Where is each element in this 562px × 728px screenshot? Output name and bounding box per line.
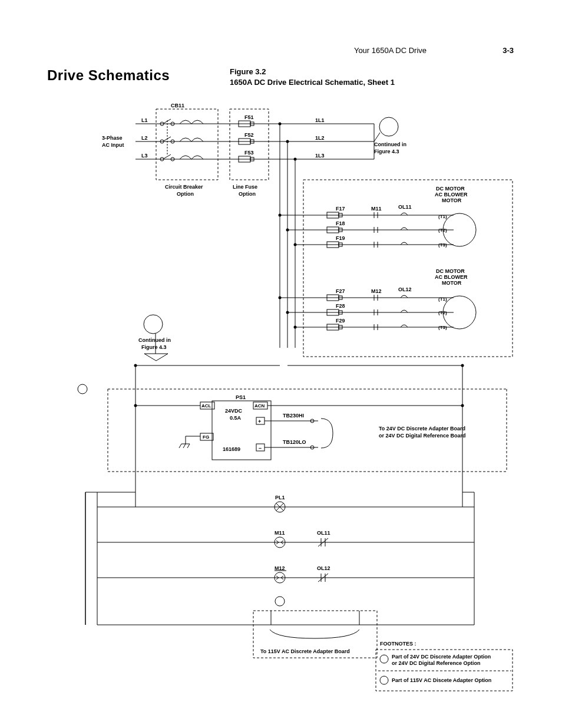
ps-out-2: or 24V DC Digital Reference Board — [379, 433, 466, 439]
footnotes-title: FOOTNOTES : — [380, 641, 416, 647]
m1-ol11: OL11 — [398, 204, 412, 210]
ps1-pn: 161689 — [223, 446, 240, 452]
svg-point-48 — [279, 297, 282, 299]
svg-text:+: + — [258, 419, 261, 424]
continued-left-1: Continued in — [138, 337, 171, 343]
motor2-branch: F27 F28 F29 M12 OL12 (T1) (T2) (T3) — [279, 286, 477, 330]
m1-f17: F17 — [336, 206, 345, 212]
tb120lo: TB120LO — [283, 439, 306, 445]
ac-input-1: 3-Phase — [102, 135, 123, 141]
l3-label: L3 — [141, 153, 148, 159]
motor1-branch: F17 F18 F19 M11 OL11 (T1) (T2) (T3) — [279, 204, 477, 248]
svg-point-29 — [279, 214, 282, 217]
m1-m11: M11 — [371, 206, 382, 212]
m1-t2: (T2) — [438, 228, 447, 233]
lf-opt-2: Option — [239, 191, 256, 197]
pl1-label: PL1 — [275, 495, 285, 500]
ol12-nc-label: OL12 — [317, 565, 330, 571]
motor2-t2: AC BLOWER — [435, 274, 468, 280]
ps1-acl: ACL — [201, 403, 211, 409]
ps1-acn: ACN — [254, 403, 265, 409]
m1-f18: F18 — [336, 220, 345, 226]
cb11-label: CB11 — [171, 103, 184, 108]
motor1-t3: MOTOR — [442, 197, 462, 203]
m2-f29: F29 — [336, 318, 345, 324]
svg-point-31 — [286, 229, 289, 232]
m1-f19: F19 — [336, 235, 345, 241]
svg-point-95 — [461, 364, 464, 367]
ps-out-1: To 24V DC Discrete Adapter Board — [379, 426, 465, 431]
ps1-fg: FG — [203, 434, 209, 440]
svg-line-80 — [183, 444, 186, 448]
footnote-dot-2 — [380, 676, 388, 684]
svg-point-98 — [134, 404, 137, 407]
footnote-marker-115v — [275, 597, 285, 606]
m2-tt2: (T2) — [438, 310, 447, 315]
svg-line-20 — [374, 133, 380, 141]
svg-rect-0 — [156, 109, 218, 180]
ps1-v: 24VDC — [225, 408, 243, 414]
f53-label: F53 — [244, 150, 254, 156]
l2-label: L2 — [141, 135, 148, 141]
m2-ol12: OL12 — [398, 286, 412, 292]
motor2-t3: MOTOR — [442, 280, 462, 286]
motor2-t1: DC MOTOR — [436, 268, 465, 274]
svg-point-66 — [144, 315, 163, 334]
ps1-a: 0.5A — [230, 415, 242, 421]
svg-point-50 — [286, 311, 289, 314]
page: Your 1650A DC Drive 3-3 Drive Schematics… — [0, 0, 562, 728]
footnote-marker-24v — [78, 384, 87, 394]
ps1-name: PS1 — [236, 394, 246, 400]
l1-label: L1 — [141, 117, 148, 123]
bottom-note: To 115V AC Discrete Adapter Board — [260, 648, 350, 654]
footnote-1b: or 24V DC Digital Reference Option — [392, 660, 481, 666]
svg-point-93 — [134, 364, 137, 367]
svg-line-81 — [187, 444, 190, 448]
ground-icon — [179, 436, 190, 448]
m11-coil-label: M11 — [275, 530, 285, 536]
cb11-poles — [160, 119, 203, 161]
footnote-1a: Part of 24V DC Discrete Adapter Option — [392, 654, 491, 660]
m2-m12: M12 — [371, 288, 382, 294]
motor1-t2: AC BLOWER — [435, 192, 468, 197]
ac-input-lines — [135, 124, 374, 159]
continued-top-2: Figure 4.3 — [374, 149, 399, 154]
footnote-dot-1 — [380, 655, 388, 663]
doc-title: Your 1650A DC Drive — [354, 46, 427, 55]
1l2-label: 1L2 — [315, 135, 325, 141]
figure-number: Figure 3.2 — [230, 67, 266, 76]
cb-opt-2: Option — [177, 191, 194, 197]
svg-point-52 — [294, 326, 297, 329]
f52-label: F52 — [244, 132, 254, 138]
continued-top-1: Continued in — [374, 141, 406, 147]
m2-f27: F27 — [336, 288, 345, 294]
lf-opt-1: Line Fuse — [233, 184, 257, 190]
schematic-diagram: CB11 — [47, 94, 518, 707]
m2-tt3: (T3) — [438, 325, 447, 330]
motor1-t1: DC MOTOR — [436, 186, 465, 192]
svg-point-100 — [461, 404, 464, 407]
cb-opt-1: Circuit Breaker — [165, 184, 203, 190]
tb230hi: TB230HI — [283, 413, 304, 419]
m2-tt1: (T1) — [438, 297, 447, 302]
figure-caption: 1650A DC Drive Electrical Schematic, She… — [230, 78, 395, 87]
svg-text:–: – — [259, 445, 262, 451]
ac-input-2: AC Input — [102, 142, 124, 148]
footnote-2: Part of 115V AC Discete Adapter Option — [392, 677, 491, 683]
svg-point-33 — [294, 243, 297, 246]
m1-t1: (T1) — [438, 214, 447, 219]
m2-f28: F28 — [336, 303, 345, 309]
1l3-label: 1L3 — [315, 153, 325, 159]
ol11-nc-label: OL11 — [317, 530, 330, 536]
section-heading: Drive Schematics — [47, 67, 170, 84]
page-number: 3-3 — [503, 46, 514, 55]
svg-line-79 — [179, 444, 181, 448]
f51-label: F51 — [244, 114, 254, 120]
continued-left-2: Figure 4.3 — [141, 344, 167, 350]
m1-t3: (T3) — [438, 242, 447, 248]
continued-top-icon — [379, 117, 398, 136]
1l1-label: 1L1 — [315, 117, 325, 123]
